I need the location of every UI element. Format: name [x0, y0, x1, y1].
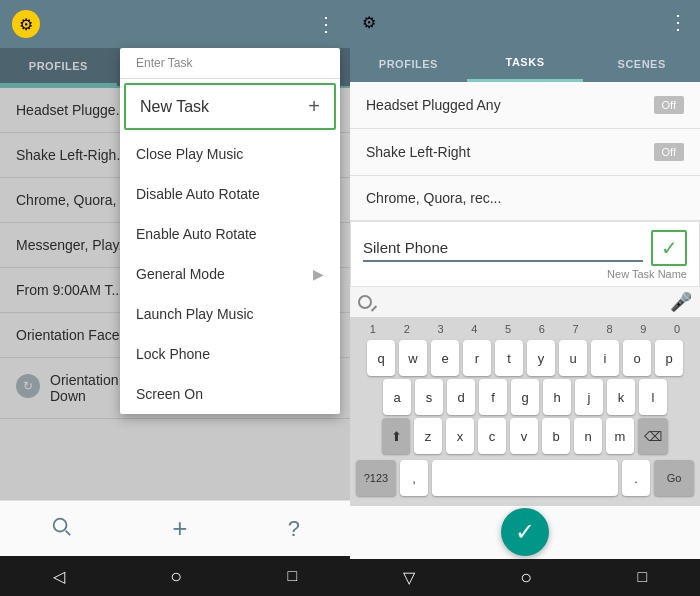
key-o[interactable]: o	[623, 340, 651, 376]
key-j[interactable]: j	[575, 379, 603, 415]
key-comma[interactable]: ,	[400, 460, 428, 496]
tab-profiles-right[interactable]: PROFILES	[350, 45, 467, 82]
key-m[interactable]: m	[606, 418, 634, 454]
home-nav-right[interactable]: ○	[520, 566, 532, 589]
search-button[interactable]	[50, 515, 72, 543]
key-x[interactable]: x	[446, 418, 474, 454]
right-list: Headset Plugged Any Off Shake Left-Right…	[350, 82, 700, 221]
key-n[interactable]: n	[574, 418, 602, 454]
key-y[interactable]: y	[527, 340, 555, 376]
back-nav-right[interactable]: ▽	[403, 568, 415, 587]
confirm-button[interactable]: ✓	[651, 230, 687, 266]
right-bottom-bar: ✓	[350, 506, 700, 558]
virtual-keyboard: 1 2 3 4 5 6 7 8 9 0 q w e r t y u i o p …	[350, 317, 700, 506]
key-l[interactable]: l	[639, 379, 667, 415]
fab-confirm[interactable]: ✓	[501, 508, 549, 556]
enter-task-dropdown: Enter Task New Task + Close Play Music D…	[120, 48, 340, 414]
dropdown-item-screen-on[interactable]: Screen On	[120, 374, 340, 414]
keyboard-search-row: 🎤	[350, 287, 700, 317]
key-v[interactable]: v	[510, 418, 538, 454]
dropdown-item-general-mode[interactable]: General Mode ▶	[120, 254, 340, 294]
keyboard-row-2: a s d f g h j k l	[352, 379, 698, 415]
right-panel: ⚙ ⋮ PROFILES TASKS SCENES Headset Plugge…	[350, 0, 700, 596]
square-nav-icon[interactable]: □	[288, 567, 298, 585]
keyboard-row-3: ⬆ z x c v b n m ⌫	[352, 418, 698, 454]
search-icon-keyboard	[358, 295, 372, 309]
more-icon-right[interactable]: ⋮	[668, 10, 688, 34]
left-bottom-bar: + ?	[0, 500, 350, 556]
more-icon[interactable]: ⋮	[316, 12, 338, 36]
key-k[interactable]: k	[607, 379, 635, 415]
svg-point-0	[54, 518, 67, 531]
right-top-bar: ⚙ ⋮	[350, 0, 700, 45]
right-tabs: PROFILES TASKS SCENES	[350, 45, 700, 82]
right-list-item-headset[interactable]: Headset Plugged Any Off	[350, 82, 700, 129]
key-f[interactable]: f	[479, 379, 507, 415]
input-row: ✓	[363, 230, 687, 266]
square-nav-right[interactable]: □	[638, 568, 648, 586]
key-z[interactable]: z	[414, 418, 442, 454]
task-name-input-area: ✓ New Task Name	[350, 221, 700, 287]
key-sym[interactable]: ?123	[356, 460, 396, 496]
mic-button[interactable]: 🎤	[382, 291, 692, 313]
add-button[interactable]: +	[172, 513, 187, 544]
dropdown-item-launch-music[interactable]: Launch Play Music	[120, 294, 340, 334]
gear-icon-right: ⚙	[362, 13, 376, 32]
task-name-input[interactable]	[363, 235, 643, 262]
key-delete[interactable]: ⌫	[638, 418, 668, 454]
dropdown-item-disable-rotate[interactable]: Disable Auto Rotate	[120, 174, 340, 214]
key-q[interactable]: q	[367, 340, 395, 376]
tab-scenes-right[interactable]: SCENES	[583, 45, 700, 82]
dropdown-header: Enter Task	[120, 48, 340, 79]
right-nav-bar: ▽ ○ □	[350, 559, 700, 596]
gear-icon: ⚙	[12, 10, 40, 38]
key-c[interactable]: c	[478, 418, 506, 454]
key-w[interactable]: w	[399, 340, 427, 376]
key-go[interactable]: Go	[654, 460, 694, 496]
new-task-label: New Task	[140, 98, 209, 116]
toggle-shake[interactable]: Off	[654, 143, 684, 161]
dropdown-item-close-music[interactable]: Close Play Music	[120, 134, 340, 174]
key-b[interactable]: b	[542, 418, 570, 454]
key-space[interactable]	[432, 460, 618, 496]
help-button[interactable]: ?	[288, 516, 300, 542]
new-task-item[interactable]: New Task +	[124, 83, 336, 130]
back-nav-icon[interactable]: ◁	[53, 567, 65, 586]
task-name-hint: New Task Name	[363, 266, 687, 284]
left-nav-bar: ◁ ○ □	[0, 556, 350, 596]
keyboard-row-1: q w e r t y u i o p	[352, 340, 698, 376]
home-nav-icon[interactable]: ○	[170, 565, 182, 588]
number-hints-row: 1 2 3 4 5 6 7 8 9 0	[352, 321, 698, 337]
key-t[interactable]: t	[495, 340, 523, 376]
tab-tasks-right[interactable]: TASKS	[467, 45, 584, 82]
key-shift[interactable]: ⬆	[382, 418, 410, 454]
arrow-right-icon: ▶	[313, 266, 324, 282]
right-list-item-chrome[interactable]: Chrome, Quora, rec...	[350, 176, 700, 221]
key-period[interactable]: .	[622, 460, 650, 496]
right-list-item-shake[interactable]: Shake Left-Right Off	[350, 129, 700, 176]
svg-line-1	[66, 530, 71, 535]
key-e[interactable]: e	[431, 340, 459, 376]
dropdown-item-enable-rotate[interactable]: Enable Auto Rotate	[120, 214, 340, 254]
key-r[interactable]: r	[463, 340, 491, 376]
key-u[interactable]: u	[559, 340, 587, 376]
key-a[interactable]: a	[383, 379, 411, 415]
key-h[interactable]: h	[543, 379, 571, 415]
key-d[interactable]: d	[447, 379, 475, 415]
key-i[interactable]: i	[591, 340, 619, 376]
keyboard-bottom-row: ?123 , . Go	[352, 457, 698, 499]
dropdown-item-lock-phone[interactable]: Lock Phone	[120, 334, 340, 374]
left-top-bar: ⚙ ⋮	[0, 0, 350, 48]
key-p[interactable]: p	[655, 340, 683, 376]
toggle-headset[interactable]: Off	[654, 96, 684, 114]
plus-icon: +	[308, 95, 320, 118]
key-s[interactable]: s	[415, 379, 443, 415]
key-g[interactable]: g	[511, 379, 539, 415]
left-panel: ⚙ ⋮ PROFILES TASKS SCENES Headset Plugge…	[0, 0, 350, 596]
